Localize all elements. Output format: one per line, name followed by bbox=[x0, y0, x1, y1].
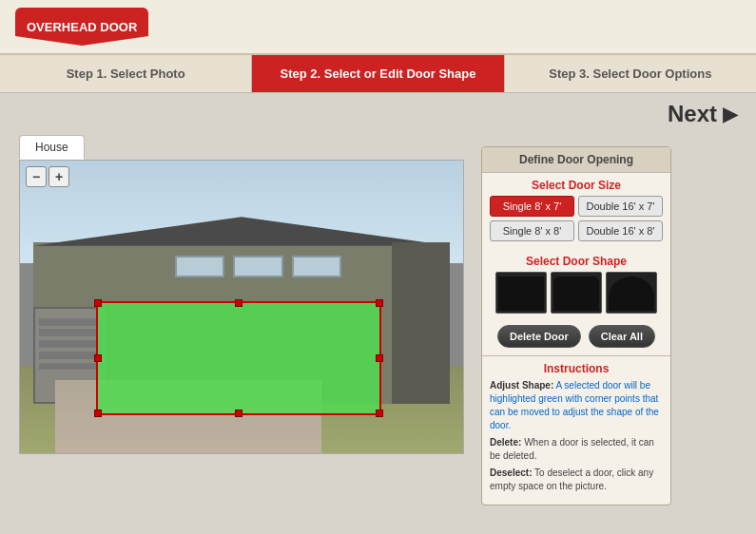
delete-door-button[interactable]: Delete Door bbox=[497, 325, 581, 348]
logo-text: OVERHEAD DOOR bbox=[27, 20, 137, 34]
main-content: Next ▶ House bbox=[0, 93, 756, 517]
door-shapes-row bbox=[490, 272, 663, 314]
house-tab[interactable]: House bbox=[19, 135, 85, 160]
next-button-label: Next bbox=[668, 101, 717, 127]
define-door-header: Define Door Opening bbox=[482, 147, 670, 173]
step-2[interactable]: Step 2. Select or Edit Door Shape bbox=[252, 55, 504, 92]
garage-door-selection[interactable] bbox=[96, 301, 381, 415]
door-shape-2[interactable] bbox=[551, 272, 602, 314]
next-area: Next ▶ bbox=[668, 101, 737, 127]
image-panel: House bbox=[19, 135, 466, 505]
window-upper-left bbox=[175, 256, 225, 278]
door-shape-3[interactable] bbox=[606, 272, 657, 314]
handle-bottom-right[interactable] bbox=[376, 410, 383, 417]
instruction-delete: Delete: When a door is selected, it can … bbox=[490, 436, 663, 463]
logo: OVERHEAD DOOR bbox=[15, 8, 148, 46]
house-image-container[interactable]: − + bbox=[19, 160, 464, 454]
step-3[interactable]: Step 3. Select Door Options bbox=[505, 55, 756, 92]
shape-2-inner bbox=[553, 277, 599, 311]
right-panel: Define Door Opening Select Door Size Sin… bbox=[481, 146, 671, 505]
next-arrow-icon[interactable]: ▶ bbox=[723, 103, 737, 125]
define-door-box: Define Door Opening Select Door Size Sin… bbox=[481, 146, 671, 505]
select-shape-title: Select Door Shape bbox=[482, 249, 670, 272]
size-btn-2[interactable]: Double 16' x 7' bbox=[578, 196, 663, 217]
handle-top-mid[interactable] bbox=[235, 299, 242, 307]
instructions-title: Instructions bbox=[490, 362, 663, 375]
size-btn-1[interactable]: Single 8' x 7' bbox=[490, 196, 574, 217]
shape-3-inner bbox=[609, 277, 654, 311]
handle-top-left[interactable] bbox=[94, 299, 102, 307]
instruction-deselect: Deselect: To deselect a door, click any … bbox=[490, 467, 663, 493]
right-wall bbox=[392, 242, 450, 403]
handle-mid-left[interactable] bbox=[94, 354, 102, 362]
instructions-section: Instructions Adjust Shape: A selected do… bbox=[482, 355, 670, 505]
select-size-title: Select Door Size bbox=[482, 173, 670, 196]
door-shape-section bbox=[482, 272, 670, 321]
handle-top-right[interactable] bbox=[376, 299, 383, 307]
window-upper-right bbox=[292, 256, 342, 278]
zoom-controls: − + bbox=[26, 166, 69, 187]
door-size-grid: Single 8' x 7' Double 16' x 7' Single 8'… bbox=[482, 196, 670, 249]
size-btn-4[interactable]: Double 16' x 8' bbox=[578, 220, 663, 241]
logo-container: OVERHEAD DOOR bbox=[15, 8, 148, 46]
zoom-in-button[interactable]: + bbox=[48, 166, 69, 187]
handle-mid-right[interactable] bbox=[376, 354, 383, 362]
step-1[interactable]: Step 1. Select Photo bbox=[0, 55, 252, 92]
tab-bar: House bbox=[19, 135, 466, 160]
handle-bottom-left[interactable] bbox=[94, 410, 102, 417]
window-upper-mid bbox=[233, 256, 283, 278]
shape-1-inner bbox=[498, 277, 544, 311]
instruction-adjust: Adjust Shape: A selected door will be hi… bbox=[490, 379, 663, 432]
door-shape-1[interactable] bbox=[495, 272, 547, 314]
steps-bar: Step 1. Select Photo Step 2. Select or E… bbox=[0, 55, 756, 93]
handle-bottom-mid[interactable] bbox=[235, 410, 242, 417]
size-btn-3[interactable]: Single 8' x 8' bbox=[490, 220, 574, 241]
action-buttons: Delete Door Clear All bbox=[482, 321, 670, 355]
header: OVERHEAD DOOR bbox=[0, 0, 756, 55]
clear-all-button[interactable]: Clear All bbox=[589, 325, 655, 348]
zoom-out-button[interactable]: − bbox=[26, 166, 47, 187]
